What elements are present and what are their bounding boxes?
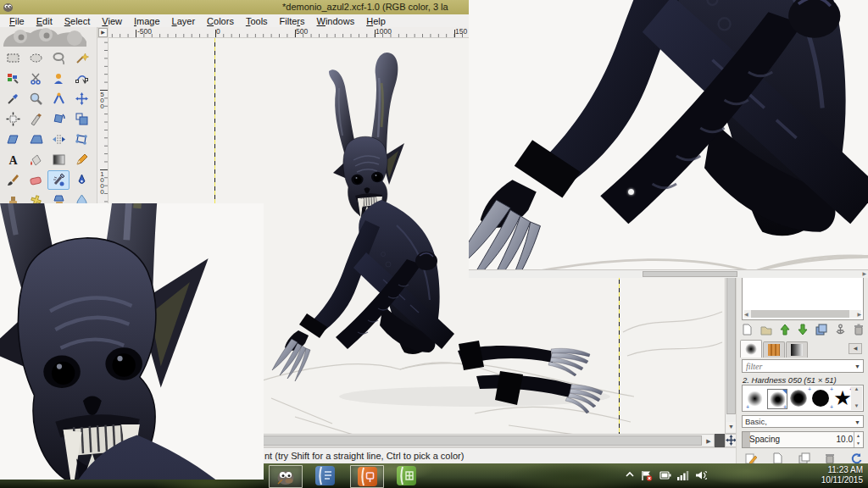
raise-layer-icon[interactable] xyxy=(780,324,790,336)
brush-grid: ★ ++ ++ ++ ▲ ▼ xyxy=(742,385,864,412)
new-brush-icon[interactable] xyxy=(772,452,783,464)
dock-tabs xyxy=(740,341,809,358)
tool-text[interactable]: A xyxy=(2,150,24,169)
layers-hscrollbar[interactable]: ◀ ▶ xyxy=(744,310,861,318)
spacing-slider[interactable]: Spacing 10.0 ▲▼ xyxy=(742,431,864,448)
tool-airbrush[interactable] xyxy=(47,170,70,190)
tool-free-select[interactable] xyxy=(47,48,70,68)
menu-edit[interactable]: Edit xyxy=(31,16,58,26)
duplicate-layer-icon[interactable] xyxy=(815,324,827,336)
menu-view[interactable]: View xyxy=(96,16,128,26)
tool-flip[interactable] xyxy=(47,130,70,149)
brush-hardness-100[interactable] xyxy=(811,389,830,408)
legs-view-window[interactable]: ▶ xyxy=(469,0,868,278)
tab-brushes[interactable] xyxy=(740,340,762,358)
brush-scrollbar[interactable]: ▲ ▼ xyxy=(851,386,862,410)
tab-gradients[interactable] xyxy=(786,341,808,358)
scroll-right-icon[interactable]: ▶ xyxy=(704,435,714,446)
taskbar-clock[interactable]: 11:23 AM 10/11/2015 xyxy=(810,465,863,485)
menu-select[interactable]: Select xyxy=(58,16,97,26)
menu-layer[interactable]: Layer xyxy=(166,16,202,26)
tool-alignment[interactable] xyxy=(2,109,24,129)
battery-icon[interactable] xyxy=(659,470,671,480)
tool-scale[interactable] xyxy=(70,109,92,129)
gimp-app-icon xyxy=(3,2,14,13)
network-signal-icon[interactable] xyxy=(676,470,689,480)
spacing-spinner[interactable]: ▲▼ xyxy=(854,432,862,447)
tab-patterns[interactable] xyxy=(763,341,785,358)
refresh-brushes-icon[interactable] xyxy=(850,452,862,464)
menu-tools[interactable]: Tools xyxy=(240,16,274,26)
layers-button-row xyxy=(742,323,864,336)
new-layer-icon[interactable] xyxy=(742,324,753,336)
tool-foreground-select[interactable] xyxy=(47,69,70,88)
new-group-icon[interactable] xyxy=(760,324,772,336)
tool-paintbrush[interactable] xyxy=(2,170,24,190)
menu-image[interactable]: Image xyxy=(128,16,166,26)
tool-rotate[interactable] xyxy=(47,109,70,129)
scroll-left-icon[interactable]: ◀ xyxy=(744,311,748,317)
wps-presentation-icon xyxy=(357,466,378,487)
demon-artwork-legs xyxy=(469,0,868,278)
tool-eraser[interactable] xyxy=(25,170,47,190)
brush-tag-combo[interactable]: Basic, ▼ xyxy=(742,415,864,428)
tool-measure[interactable] xyxy=(47,89,70,108)
anchor-icon[interactable] xyxy=(835,324,846,336)
gimp-taskbar-icon xyxy=(275,467,296,487)
scroll-down-icon[interactable]: ▼ xyxy=(726,422,736,432)
edit-brush-icon[interactable] xyxy=(745,452,757,464)
show-hidden-icons-chevron[interactable] xyxy=(626,470,634,479)
tool-shear[interactable] xyxy=(2,130,24,149)
action-center-flag-icon[interactable] xyxy=(641,470,653,481)
taskbar-wps-spreadsheets-button[interactable] xyxy=(390,465,422,486)
taskbar-wps-presentation-button[interactable] xyxy=(350,465,384,488)
window-title: *demonio_azul2.xcf-1.0 (RGB color, 3 la xyxy=(282,0,448,14)
tool-rectangle-select[interactable] xyxy=(2,48,24,68)
duplicate-brush-icon[interactable] xyxy=(798,452,810,464)
brush-hardness-075[interactable] xyxy=(789,389,808,408)
tool-bucket-fill[interactable] xyxy=(25,150,47,169)
canvas-menu-button[interactable]: ▶ xyxy=(98,28,108,37)
tool-gradient[interactable] xyxy=(47,150,70,169)
scroll-right-icon[interactable]: ▶ xyxy=(857,311,861,317)
tool-color-picker[interactable] xyxy=(2,89,24,108)
tool-crop[interactable] xyxy=(25,109,47,129)
tool-pencil[interactable] xyxy=(70,150,92,169)
taskbar-wps-writer-button[interactable] xyxy=(309,465,341,486)
tool-grid: A xyxy=(2,48,95,210)
menu-filters[interactable]: Filters xyxy=(274,16,311,26)
tool-cage-transform[interactable] xyxy=(70,130,92,149)
menu-file[interactable]: File xyxy=(3,16,31,26)
menu-colors[interactable]: Colors xyxy=(201,16,240,26)
delete-brush-icon[interactable] xyxy=(825,452,835,464)
tool-perspective[interactable] xyxy=(25,130,47,149)
head-view-window[interactable] xyxy=(0,203,264,480)
tool-ink[interactable] xyxy=(70,170,92,190)
tool-select-by-color[interactable] xyxy=(2,69,24,88)
scroll-down-icon[interactable]: ▼ xyxy=(851,403,862,408)
legs-view-hscrollbar[interactable]: ▶ xyxy=(469,269,868,278)
svg-text:A: A xyxy=(8,154,18,167)
brush-filter-input[interactable] xyxy=(744,360,849,373)
tag-dropdown-icon[interactable]: ▼ xyxy=(854,419,860,425)
tool-ellipse-select[interactable] xyxy=(25,48,47,68)
tool-paths[interactable] xyxy=(70,69,92,88)
demon-artwork-head xyxy=(0,203,264,480)
brush-action-row xyxy=(745,452,862,464)
volume-icon[interactable] xyxy=(695,470,707,480)
tool-fuzzy-select[interactable] xyxy=(70,48,92,68)
scroll-right-icon[interactable]: ▶ xyxy=(862,270,866,276)
menu-windows[interactable]: Windows xyxy=(311,16,361,26)
delete-layer-icon[interactable] xyxy=(854,324,864,336)
layers-list[interactable]: ◀ ▶ xyxy=(742,273,864,320)
tool-move[interactable] xyxy=(70,89,92,108)
tool-zoom[interactable] xyxy=(25,89,47,108)
lower-layer-icon[interactable] xyxy=(798,324,808,336)
menu-help[interactable]: Help xyxy=(360,16,392,26)
scroll-up-icon[interactable]: ▲ xyxy=(851,386,862,391)
spacing-label: Spacing xyxy=(749,435,780,444)
tool-scissors-select[interactable] xyxy=(25,69,47,88)
tab-collapse-button[interactable]: ◀ xyxy=(849,343,862,354)
filter-dropdown-icon[interactable]: ▼ xyxy=(854,363,860,369)
taskbar-gimp-button[interactable] xyxy=(269,465,303,488)
